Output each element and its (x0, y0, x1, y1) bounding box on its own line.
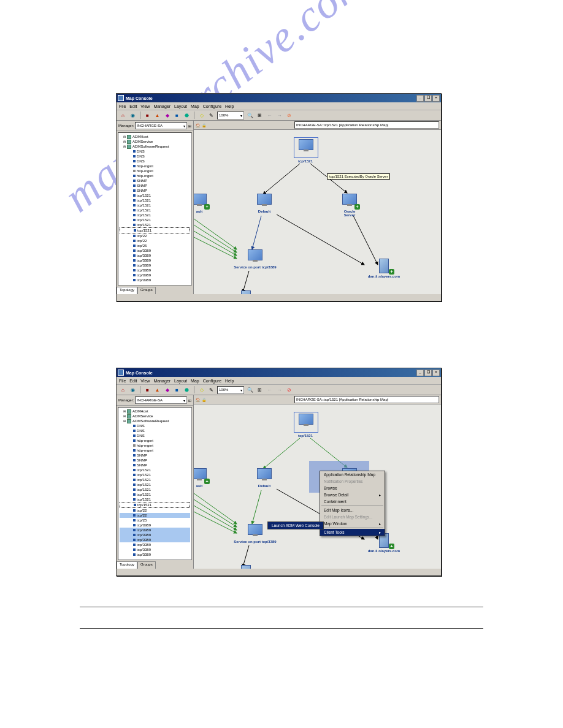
context-menu[interactable]: Application Relationship MapNotification… (320, 471, 385, 536)
tree-item[interactable]: tcp/1521 (120, 198, 190, 203)
tree-item[interactable]: http-mgmt (120, 443, 190, 448)
map-canvas[interactable]: tcp/1521 Oracle S Default + ault (194, 404, 441, 569)
tb-btn[interactable]: 🔍 (246, 386, 254, 394)
tree-item[interactable]: ⊟ADMHost (120, 134, 190, 139)
tree-item[interactable]: tcp/3389 (120, 248, 190, 253)
tree-item[interactable]: ⊟ADMSoftwareRequest (120, 144, 190, 149)
tree-item[interactable]: tcp/1521 (120, 218, 190, 222)
menu-configure[interactable]: Configure (203, 379, 221, 383)
manager-btn[interactable]: ⊞ (188, 398, 191, 403)
tree-item[interactable]: SNMP (120, 188, 190, 193)
tree-item[interactable]: tcp/3389 (120, 523, 190, 528)
node-ault[interactable]: + ault (194, 468, 211, 488)
menu-file[interactable]: File (119, 379, 126, 383)
manager-btn[interactable]: ⊞ (188, 124, 191, 128)
tree-item[interactable]: tcp/22 (120, 513, 190, 518)
tb-btn[interactable]: ■ (144, 112, 151, 119)
tree-item[interactable]: tcp/3389 (120, 268, 190, 273)
tree-panel[interactable]: ⊟ADMHost⊟ADMService⊟ADMSoftwareRequestDN… (118, 132, 192, 286)
tb-btn[interactable]: ⌂ (119, 386, 127, 394)
tree-item[interactable]: http-mgmt (120, 438, 190, 443)
context-menu-item[interactable]: Client Tools▸ (320, 529, 385, 536)
tb-btn[interactable]: ⊘ (285, 112, 293, 119)
tree-item[interactable]: SNMP (120, 458, 190, 463)
tb-btn[interactable]: ← (266, 112, 274, 119)
tree-item[interactable]: tcp/3389 (120, 547, 190, 552)
map-canvas[interactable]: tcp/1521 tcp/1521 ExecutedBy Oracle Serv… (194, 130, 441, 294)
tb-btn[interactable]: ◉ (129, 112, 137, 119)
tree-item[interactable]: SNMP (120, 463, 190, 468)
tb-btn[interactable]: ▲ (153, 386, 161, 394)
menu-view[interactable]: View (140, 104, 150, 108)
menu-edit[interactable]: Edit (129, 379, 137, 383)
tree-item[interactable]: tcp/1521 (120, 468, 190, 472)
menu-view[interactable]: View (140, 379, 150, 383)
node-oracle[interactable]: + Oracle Server (338, 194, 361, 217)
tree-item[interactable]: tcp/3389 (120, 263, 190, 268)
tb-btn[interactable]: ⊘ (285, 386, 293, 394)
tree-item[interactable]: tcp/3389 (120, 258, 190, 263)
tab-groups[interactable]: Groups (137, 287, 156, 294)
tb-btn[interactable]: 🔍 (246, 112, 254, 119)
tb-btn[interactable]: ◉ (129, 386, 137, 394)
tb-btn[interactable]: → (275, 386, 283, 394)
tree-item[interactable]: tcp/1521 (120, 482, 190, 487)
node-ault[interactable]: + ault (194, 194, 211, 213)
menu-file[interactable]: File (119, 104, 126, 108)
menu-layout[interactable]: Layout (174, 379, 187, 383)
tree-item[interactable]: SNMP (120, 178, 190, 183)
menu-layout[interactable]: Layout (174, 104, 187, 108)
titlebar[interactable]: Map Console _ ☐ × (117, 94, 441, 102)
tb-btn[interactable]: ⬣ (183, 386, 191, 394)
menu-manager[interactable]: Manager (153, 104, 170, 108)
tb-btn[interactable]: ✎ (207, 386, 215, 394)
context-menu-item[interactable]: Containment (320, 498, 385, 505)
context-menu-item[interactable]: Map Window▸ (320, 520, 385, 527)
tb-btn[interactable]: ◆ (163, 386, 171, 394)
tree-item[interactable]: ⊟ADMHost (120, 409, 190, 414)
tree-item[interactable]: tcp/3389 (120, 253, 190, 258)
tree-item[interactable]: tcp/22 (120, 238, 190, 243)
tab-topology[interactable]: Topology (117, 287, 137, 294)
tree-item[interactable]: http-mgmt (120, 448, 190, 453)
zoom-combo[interactable]: 100%▾ (217, 386, 244, 394)
tree-panel[interactable]: ⊟ADMHost⊟ADMService⊟ADMSoftwareRequestDN… (118, 407, 192, 560)
tb-btn[interactable]: ◇ (197, 112, 205, 119)
node-root[interactable]: tcp/1521 (294, 412, 317, 438)
tree-item[interactable]: DNS (120, 428, 190, 433)
tree-item[interactable]: tcp/3389 (120, 528, 190, 533)
close-button[interactable]: × (432, 95, 440, 102)
tree-item[interactable]: http-mgmt (120, 164, 190, 169)
tab-groups[interactable]: Groups (137, 561, 156, 569)
tb-btn[interactable]: ◆ (163, 112, 171, 119)
tree-item[interactable]: tcp/3389 (120, 537, 190, 542)
node-dan[interactable]: + dan.il.nlayers.com (366, 259, 402, 278)
manager-combo[interactable]: INCHARGE-SA▾ (135, 122, 187, 129)
tree-item[interactable]: tcp/1521 (120, 208, 190, 213)
tree-item[interactable]: SNMP (120, 183, 190, 188)
tb-btn[interactable]: ■ (144, 386, 151, 394)
tb-btn[interactable]: ■ (173, 386, 181, 394)
menu-map[interactable]: Map (191, 104, 199, 108)
tree-item[interactable]: tcp/1521 (120, 502, 190, 508)
tree-item[interactable]: http-mgmt (120, 173, 190, 178)
context-menu-item[interactable]: Browse Detail▸ (320, 491, 385, 498)
menu-help[interactable]: Help (225, 379, 234, 383)
manager-combo[interactable]: INCHARGE-SA▾ (135, 396, 187, 404)
tree-item[interactable]: tcp/25 (120, 243, 190, 248)
tree-item[interactable]: tcp/25 (120, 518, 190, 523)
menu-map[interactable]: Map (191, 379, 199, 383)
context-menu-item[interactable]: Application Relationship Map (320, 471, 385, 478)
titlebar[interactable]: Map Console _ ☐ × (117, 368, 441, 377)
tree-item[interactable]: ⊟ADMService (120, 414, 190, 419)
maximize-button[interactable]: ☐ (424, 370, 432, 376)
tree-item[interactable]: DNS (120, 149, 190, 154)
node-service[interactable]: Service on port tcp/3389 (231, 249, 280, 269)
tree-item[interactable]: tcp/1521 (120, 472, 190, 477)
tb-btn[interactable]: ◇ (197, 386, 205, 394)
tree-item[interactable]: ⊟ADMSoftwareRequest (120, 419, 190, 423)
tree-item[interactable]: tcp/1521 (120, 477, 190, 482)
tree-item[interactable]: tcp/1521 (120, 227, 190, 233)
tree-item[interactable]: tcp/22 (120, 508, 190, 513)
tree-item[interactable]: DNS (120, 433, 190, 438)
